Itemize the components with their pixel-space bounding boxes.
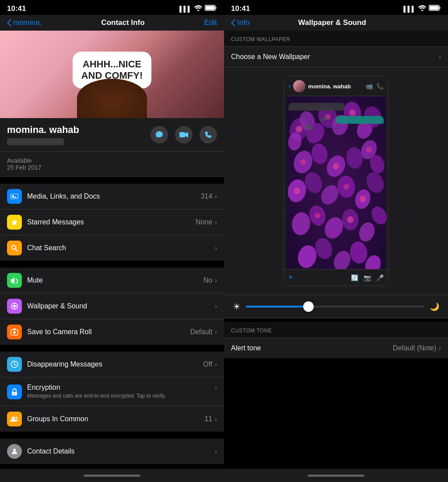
mic-icon: 🎤 <box>376 274 384 281</box>
alert-tone-label: Alert tone <box>231 344 261 352</box>
svg-point-0 <box>197 10 199 11</box>
media-value: 314 <box>201 192 213 200</box>
chat-preview-avatar <box>293 80 305 92</box>
chat-preview-name: momina. wahab <box>308 83 363 90</box>
custom-wallpaper-label: CUSTOM WALLPAPER <box>231 36 290 42</box>
contact-status-redacted <box>7 138 64 145</box>
menu-section-2: Mute No › Wallpaper & Sound › <box>0 268 224 345</box>
svg-point-63 <box>300 159 306 165</box>
battery-icon <box>205 5 217 13</box>
menu-item-wallpaper[interactable]: Wallpaper & Sound › <box>0 293 224 319</box>
brightness-section: ☀ 🌙 <box>224 295 448 318</box>
alert-tone-value: Default (Note) <box>393 344 437 352</box>
chat-preview-toolbar: + 🔄 📷 🎤 <box>284 269 388 286</box>
brightness-slider-thumb[interactable] <box>303 301 314 312</box>
search-chevron: › <box>215 244 217 251</box>
right-home-bar <box>308 475 364 477</box>
svg-point-65 <box>366 147 372 153</box>
disappearing-chevron: › <box>215 361 217 368</box>
left-edit-button[interactable]: Edit <box>204 18 217 27</box>
menu-item-media[interactable]: Media, Links, and Docs 314 › <box>0 184 224 210</box>
message-button[interactable] <box>150 126 168 143</box>
svg-line-8 <box>15 249 18 251</box>
availability-date: 25 Feb 2017 <box>7 164 217 171</box>
starred-label: Starred Messages <box>27 218 196 226</box>
video-button[interactable] <box>175 126 192 143</box>
groups-label: Groups In Common <box>27 415 205 423</box>
right-nav-bar: Info Wallpaper & Sound <box>224 15 448 31</box>
call-button[interactable] <box>200 126 217 143</box>
left-back-label: momina. <box>13 18 42 27</box>
disappearing-label: Disappearing Messages <box>27 360 203 368</box>
search-icon <box>7 241 22 255</box>
left-panel: 10:41 ▌▌▌ momina. <box>0 0 224 482</box>
right-back-label: Info <box>237 18 249 27</box>
left-home-bar <box>84 475 140 477</box>
left-home-indicator <box>0 469 224 482</box>
left-status-icons: ▌▌▌ <box>179 5 217 13</box>
right-time: 10:41 <box>231 4 250 13</box>
contact-name: momina. wahab <box>7 124 79 136</box>
left-back-button[interactable]: momina. <box>7 18 42 27</box>
right-nav-title: Wallpaper & Sound <box>298 18 366 27</box>
menu-item-encryption[interactable]: Encryption Messages and calls are end-to… <box>0 377 224 406</box>
bubble-line1: AHHH...NICE <box>81 59 143 70</box>
media-icon <box>7 189 22 204</box>
contact-info-row: momina. wahab <box>0 118 224 152</box>
mute-icon <box>7 273 22 288</box>
svg-point-69 <box>315 213 320 218</box>
menu-item-starred[interactable]: Starred Messages None › <box>0 210 224 235</box>
brightness-slider-track[interactable] <box>246 306 424 307</box>
custom-wallpaper-header: CUSTOM WALLPAPER <box>224 31 448 47</box>
right-home-indicator <box>224 469 448 482</box>
phone-icon: 📞 <box>376 83 384 90</box>
chat-messages-area <box>284 96 388 269</box>
wallpaper-preview-container: ‹ momina. wahab 📹 📞 <box>224 67 448 295</box>
starred-chevron: › <box>215 219 217 226</box>
svg-rect-26 <box>430 6 439 10</box>
starred-icon <box>7 215 22 230</box>
svg-rect-17 <box>13 328 16 330</box>
menu-section-3: Disappearing Messages Off › Encryption M… <box>0 352 224 432</box>
menu-item-mute[interactable]: Mute No › <box>0 268 224 293</box>
encryption-chevron: › <box>215 384 217 391</box>
svg-point-68 <box>360 196 366 203</box>
save-camera-label: Save to Camera Roll <box>27 328 190 336</box>
choose-wallpaper-text: Choose a New Wallpaper <box>231 53 310 61</box>
moon-icon: 🌙 <box>430 302 439 311</box>
mute-value: No <box>203 276 212 284</box>
svg-point-23 <box>13 449 16 451</box>
menu-item-disappearing[interactable]: Disappearing Messages Off › <box>0 352 224 377</box>
menu-item-contact-details[interactable]: Contact Details › <box>0 439 224 464</box>
wallpaper-icon <box>7 299 22 314</box>
left-time: 10:41 <box>7 4 26 13</box>
menu-item-groups[interactable]: Groups In Common 11 › <box>0 406 224 432</box>
right-signal-icon: ▌▌▌ <box>403 6 416 12</box>
svg-point-22 <box>15 416 18 419</box>
encryption-label: Encryption <box>27 384 60 391</box>
sticker-icon: 🔄 <box>351 274 358 281</box>
right-back-button[interactable]: Info <box>231 18 249 27</box>
chat-preview-nav: ‹ momina. wahab 📹 📞 <box>284 77 388 96</box>
left-status-bar: 10:41 ▌▌▌ <box>0 0 224 15</box>
mute-label: Mute <box>27 276 203 284</box>
plus-icon: + <box>288 273 293 282</box>
menu-section-contact-details: Contact Details › <box>0 439 224 464</box>
groups-icon <box>7 412 22 426</box>
sun-icon: ☀ <box>233 301 241 312</box>
svg-point-62 <box>349 109 356 116</box>
availability-label: Available <box>7 157 217 164</box>
encryption-icon <box>7 384 22 399</box>
left-nav-title: Contact Info <box>101 18 144 27</box>
custom-tone-header: CUSTOM TONE <box>224 322 448 338</box>
left-nav-bar: momina. Contact Info Edit <box>0 15 224 31</box>
alert-tone-row[interactable]: Alert tone Default (Note) › <box>224 338 448 358</box>
right-battery-icon <box>429 5 441 13</box>
wifi-icon <box>194 5 202 13</box>
menu-item-search[interactable]: Chat Search › <box>0 235 224 261</box>
menu-item-save-camera[interactable]: Save to Camera Roll Default › <box>0 319 224 345</box>
choose-wallpaper-row[interactable]: Choose a New Wallpaper › <box>224 47 448 67</box>
custom-tone-label: CUSTOM TONE <box>231 328 272 334</box>
wallpaper-label: Wallpaper & Sound <box>27 302 212 310</box>
svg-rect-2 <box>206 6 215 10</box>
